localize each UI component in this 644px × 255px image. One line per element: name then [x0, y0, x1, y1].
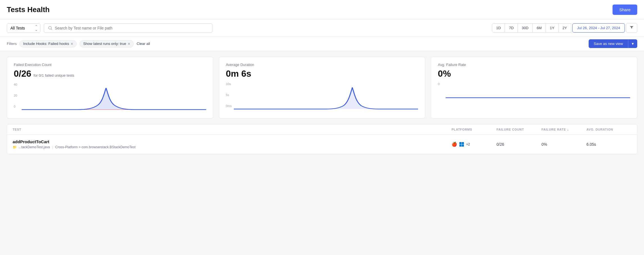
metrics-row: Failed Execution Count 0/26 for 0/1 fail… [7, 57, 637, 119]
time-btn-6m[interactable]: 6M [532, 23, 546, 33]
test-cell: addProductToCart 📁 ...tackDemoTest.java … [13, 139, 452, 149]
save-view-chevron-button[interactable]: ▼ [628, 39, 637, 48]
search-input[interactable] [55, 26, 208, 30]
failure-rate-cell: 0% [541, 142, 586, 147]
windows-icon [459, 142, 464, 147]
filter-tag-latest: Show latest runs only: true × [80, 40, 134, 47]
share-button[interactable]: Share [613, 4, 637, 15]
save-view-group: Save as new view ▼ [589, 39, 637, 48]
page-header: Tests Health Share [0, 0, 644, 20]
metric-title-failed: Failed Execution Count [14, 63, 206, 67]
chart-svg-duration [234, 82, 418, 113]
chart-svg-rate [446, 82, 630, 113]
table-header: TEST PLATFORMS FAILURE COUNT FAILURE RAT… [7, 124, 637, 135]
page-title: Tests Health [7, 5, 50, 14]
metric-card-failed-execution: Failed Execution Count 0/26 for 0/1 fail… [7, 57, 213, 119]
filter-tag-hooks-remove[interactable]: × [71, 42, 73, 46]
col-header-platforms: PLATFORMS [452, 128, 496, 131]
chart-failed: 40 20 0 [14, 83, 206, 114]
chart-labels-failed: 40 20 0 [14, 83, 17, 108]
platforms-cell: 🍎 +2 [452, 142, 496, 147]
avg-duration-cell: 6.05s [586, 142, 631, 147]
failure-count-cell: 0/26 [496, 142, 541, 147]
chart-label-0: 0 [14, 105, 17, 108]
filter-tag-hooks: Include Hooks: Failed hooks × [19, 40, 77, 47]
filters-bar: Filters Include Hooks: Failed hooks × Sh… [0, 37, 644, 51]
chart-rate: 0 [438, 82, 630, 113]
search-wrapper [44, 23, 212, 33]
metric-value-rate: 0% [438, 69, 630, 79]
chart-label-40: 40 [14, 83, 17, 86]
time-btn-1y[interactable]: 1Y [546, 23, 559, 33]
table-row: addProductToCart 📁 ...tackDemoTest.java … [7, 135, 637, 154]
chart-labels-duration: 10s 5s 0ms [226, 82, 232, 108]
svg-rect-5 [459, 144, 462, 147]
chart-duration: 10s 5s 0ms [226, 82, 418, 113]
test-name: addProductToCart [13, 139, 452, 144]
main-content: Failed Execution Count 0/26 for 0/1 fail… [0, 51, 644, 160]
col-header-failure-count: FAILURE COUNT [496, 128, 541, 131]
metric-value-failed: 0/26 [14, 69, 31, 79]
chart-labels-rate: 0 [438, 82, 439, 108]
date-range-button[interactable]: Jul 26, 2024 - Jul 27, 2024 [572, 23, 625, 33]
chart-label-10s: 10s [226, 82, 232, 86]
search-icon [48, 26, 53, 30]
platforms-more: +2 [466, 142, 470, 146]
metric-title-duration: Average Duration [226, 63, 418, 67]
sort-icon: ↓ [567, 128, 569, 131]
filter-tag-latest-text: Show latest runs only: true [83, 42, 126, 46]
test-path: 📁 ...tackDemoTest.java | Cross-Platform … [13, 145, 452, 149]
svg-rect-4 [462, 142, 464, 144]
filter-tag-hooks-text: Include Hooks: Failed hooks [23, 42, 69, 46]
chart-label-5s: 5s [226, 93, 232, 97]
tests-table: TEST PLATFORMS FAILURE COUNT FAILURE RAT… [7, 124, 637, 154]
chart-label-20: 20 [14, 94, 17, 97]
time-btn-2y[interactable]: 2Y [558, 23, 571, 33]
toolbar: All Tests ⌃⌄ 1D 7D 30D 6M 1Y 2Y Jul 26, … [0, 20, 644, 37]
metric-sub-failed: for 0/1 failed unique tests [33, 73, 74, 78]
col-header-failure-rate[interactable]: FAILURE RATE ↓ [541, 128, 586, 131]
col-header-avg-duration: AVG. DURATION [586, 128, 631, 131]
svg-rect-6 [462, 144, 464, 147]
filter-icon-button[interactable] [626, 23, 637, 33]
filters-label: Filters [7, 42, 17, 46]
metric-card-avg-duration: Average Duration 0m 6s 10s 5s 0ms [219, 57, 425, 119]
col-header-test: TEST [13, 128, 452, 131]
breadcrumb-sep: | [52, 145, 53, 149]
all-tests-select-wrapper: All Tests ⌃⌄ [7, 23, 40, 33]
save-view-button[interactable]: Save as new view [589, 39, 628, 48]
chart-label-rate-0: 0 [438, 82, 439, 86]
apple-icon: 🍎 [452, 142, 457, 147]
filter-tag-latest-remove[interactable]: × [128, 42, 130, 46]
metric-card-failure-rate: Avg. Failure Rate 0% 0 [431, 57, 637, 119]
time-btn-1d[interactable]: 1D [492, 23, 505, 33]
chart-label-0ms: 0ms [226, 104, 232, 108]
metric-value-failed-inline: 0/26 for 0/1 failed unique tests [14, 69, 206, 79]
svg-rect-3 [459, 142, 462, 144]
clear-all-button[interactable]: Clear all [137, 42, 150, 46]
breadcrumb: Cross-Platform > com.browserstack.BStack… [55, 145, 136, 149]
all-tests-select[interactable]: All Tests [7, 23, 40, 33]
time-btn-7d[interactable]: 7D [505, 23, 518, 33]
time-range-group: 1D 7D 30D 6M 1Y 2Y Jul 26, 2024 - Jul 27… [492, 23, 637, 33]
chart-svg-failed [22, 83, 206, 114]
time-btn-30d[interactable]: 30D [518, 23, 533, 33]
metric-title-rate: Avg. Failure Rate [438, 63, 630, 67]
file-path: ...tackDemoTest.java [19, 145, 50, 149]
metric-value-duration: 0m 6s [226, 69, 418, 79]
folder-icon: 📁 [13, 145, 17, 149]
funnel-icon [630, 26, 634, 29]
